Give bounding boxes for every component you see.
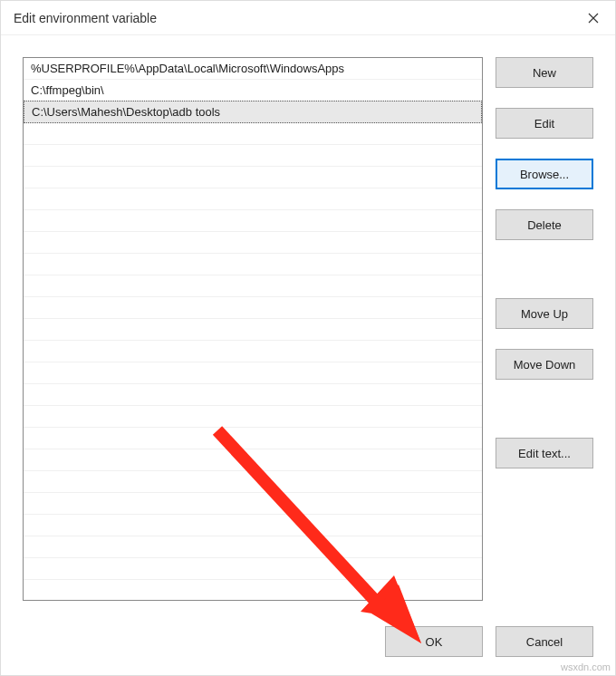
close-icon (588, 13, 599, 24)
list-item-empty[interactable] (24, 341, 482, 362)
bottom-bar: OK Cancel (1, 626, 615, 675)
list-item-empty[interactable] (24, 558, 482, 580)
list-item-empty[interactable] (24, 254, 482, 275)
list-item-empty[interactable] (24, 406, 482, 428)
list-item[interactable]: C:\ffmpeg\bin\ (24, 80, 482, 101)
list-item[interactable]: C:\Users\Mahesh\Desktop\adb tools (24, 101, 482, 123)
list-item-empty[interactable] (24, 471, 482, 493)
move-up-button[interactable]: Move Up (496, 298, 593, 329)
window-title: Edit environment variable (14, 11, 157, 25)
list-item-empty[interactable] (24, 123, 482, 145)
list-item-empty[interactable] (24, 210, 482, 232)
edit-button[interactable]: Edit (496, 108, 593, 139)
path-listbox[interactable]: %USERPROFILE%\AppData\Local\Microsoft\Wi… (23, 57, 483, 601)
list-item-empty[interactable] (24, 536, 482, 558)
move-down-button[interactable]: Move Down (496, 349, 593, 380)
ok-button[interactable]: OK (385, 626, 483, 657)
content-area: %USERPROFILE%\AppData\Local\Microsoft\Wi… (1, 35, 615, 626)
list-item-empty[interactable] (24, 493, 482, 515)
list-item-empty[interactable] (24, 319, 482, 341)
side-button-column: New Edit Browse... Delete Move Up Move D… (496, 57, 593, 610)
list-item-empty[interactable] (24, 428, 482, 449)
browse-button[interactable]: Browse... (496, 159, 593, 189)
list-item-empty[interactable] (24, 449, 482, 471)
titlebar: Edit environment variable (1, 1, 615, 35)
list-item-empty[interactable] (24, 297, 482, 319)
list-item-empty[interactable] (24, 384, 482, 406)
dialog-window: Edit environment variable %USERPROFILE%\… (0, 0, 616, 676)
list-item-empty[interactable] (24, 232, 482, 254)
list-item-empty[interactable] (24, 515, 482, 536)
list-item-empty[interactable] (24, 275, 482, 297)
list-item[interactable]: %USERPROFILE%\AppData\Local\Microsoft\Wi… (24, 58, 482, 80)
close-button[interactable] (572, 1, 615, 35)
list-item-empty[interactable] (24, 167, 482, 188)
edit-text-button[interactable]: Edit text... (496, 438, 593, 468)
delete-button[interactable]: Delete (496, 209, 593, 240)
list-item-empty[interactable] (24, 362, 482, 384)
list-item-empty[interactable] (24, 145, 482, 167)
cancel-button[interactable]: Cancel (496, 626, 593, 657)
watermark: wsxdn.com (561, 662, 611, 672)
new-button[interactable]: New (496, 57, 593, 88)
list-item-empty[interactable] (24, 188, 482, 210)
